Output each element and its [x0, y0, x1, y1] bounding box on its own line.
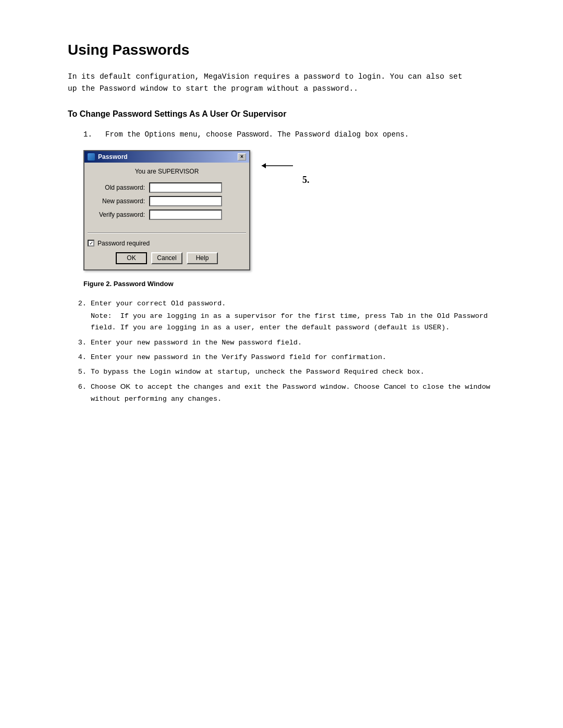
arrow-svg: [256, 150, 298, 213]
page-title: Using Passwords: [68, 42, 511, 58]
password-keyword: Password: [237, 130, 268, 138]
dialog-separator: [88, 232, 246, 233]
step-6: Choose OK to accept the changes and exit…: [91, 381, 511, 405]
annotation-number: 5.: [302, 175, 310, 213]
old-password-input[interactable]: [149, 182, 222, 193]
intro-paragraph: In its default configuration, MegaVision…: [68, 71, 464, 95]
old-password-label: Old password:: [92, 184, 149, 191]
steps-list: Enter your correct Old password. Note: I…: [91, 298, 511, 405]
step1-instruction: 1. From the Options menu, choose Passwor…: [83, 128, 511, 140]
ok-keyword: OK: [120, 382, 131, 390]
step-3: Enter your new password in the New passw…: [91, 337, 511, 349]
dialog-screenshot-wrapper: Password × You are SUPERVISOR Old passwo…: [83, 150, 511, 270]
dialog-body: Old password: New password: Verify passw…: [84, 178, 249, 228]
arrow-annotation: 5.: [256, 150, 310, 244]
password-required-label: Password required: [97, 240, 150, 247]
old-password-row: Old password:: [92, 182, 242, 193]
new-password-input[interactable]: [149, 196, 222, 206]
step-4: Enter your new password in the Verify Pa…: [91, 352, 511, 363]
dialog-buttons-row: OK Cancel Help: [84, 250, 249, 269]
section-heading: To Change Password Settings As A User Or…: [68, 109, 511, 119]
password-required-checkbox[interactable]: ✓: [88, 240, 94, 246]
dialog-close-button[interactable]: ×: [238, 153, 246, 161]
ok-button[interactable]: OK: [116, 252, 147, 264]
titlebar-left: Password: [88, 153, 128, 161]
step-2: Enter your correct Old password. Note: I…: [91, 298, 511, 334]
dialog-title: Password: [98, 153, 128, 161]
dialog-titlebar: Password ×: [84, 151, 249, 163]
new-password-label: New password:: [92, 198, 149, 205]
verify-password-label: Verify password:: [92, 211, 149, 218]
password-dialog: Password × You are SUPERVISOR Old passwo…: [83, 150, 250, 270]
cancel-keyword: Cancel: [384, 382, 406, 390]
figure-caption: Figure 2. Password Window: [83, 280, 511, 288]
dialog-subtitle: You are SUPERVISOR: [84, 163, 249, 178]
verify-password-row: Verify password:: [92, 209, 242, 220]
new-password-row: New password:: [92, 196, 242, 206]
step-5: To bypass the Login window at startup, u…: [91, 366, 511, 378]
svg-marker-1: [262, 163, 266, 168]
help-button[interactable]: Help: [187, 252, 218, 264]
dialog-app-icon: [88, 153, 95, 161]
verify-password-input[interactable]: [149, 209, 222, 220]
password-required-row: ✓ Password required: [84, 238, 249, 250]
cancel-button[interactable]: Cancel: [151, 252, 182, 264]
step-2-note: Note: If you are logging in as a supervi…: [91, 311, 511, 334]
